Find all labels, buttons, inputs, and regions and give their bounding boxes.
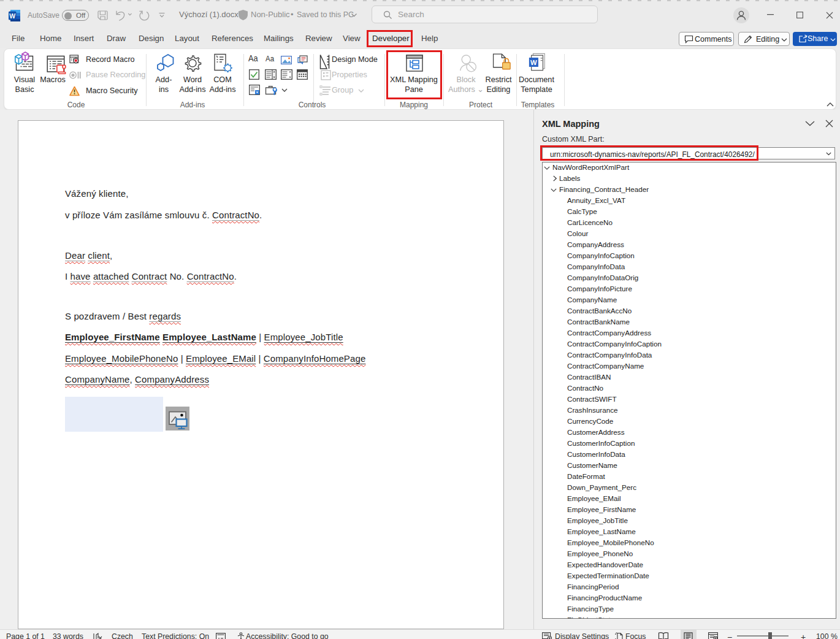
svg-text:W: W bbox=[530, 59, 537, 66]
svg-text:W: W bbox=[9, 12, 15, 20]
